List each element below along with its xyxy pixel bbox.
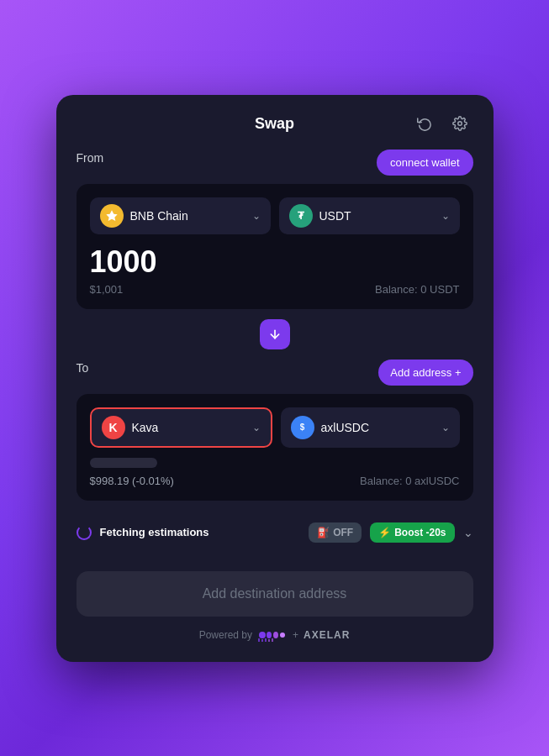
to-balance: Balance: 0 axlUSDC	[360, 475, 460, 487]
from-label-row: From connect wallet	[77, 150, 473, 176]
kava-chain-icon: K	[102, 416, 125, 439]
swap-widget: Swap From connect wallet	[56, 95, 494, 662]
to-chain-chevron: ⌄	[252, 422, 261, 433]
from-chain-chevron: ⌄	[252, 210, 261, 222]
from-chain-name: BNB Chain	[130, 209, 188, 223]
to-label: To	[77, 361, 89, 375]
from-token-selectors: BNB Chain ⌄ ₮ USDT ⌄	[90, 197, 460, 234]
to-chain-name: Kava	[132, 421, 159, 434]
boost-icon: ⚡	[378, 527, 391, 538]
from-swap-box: BNB Chain ⌄ ₮ USDT ⌄ 1000 $1,001 Balance…	[77, 184, 473, 309]
from-token-name: USDT	[319, 209, 351, 223]
from-chain-selector[interactable]: BNB Chain ⌄	[90, 197, 271, 234]
swap-direction-button[interactable]	[260, 319, 290, 349]
add-destination-button[interactable]: Add destination address	[77, 571, 473, 617]
svg-point-3	[259, 632, 266, 638]
to-token-selector[interactable]: $ axlUSDC ⌄	[281, 407, 460, 448]
powered-by-label: Powered by	[199, 629, 252, 641]
swap-direction-row	[77, 319, 473, 349]
to-chain-selector[interactable]: K Kava ⌄	[90, 407, 272, 448]
history-icon[interactable]	[411, 110, 438, 137]
fetching-spinner	[77, 525, 92, 540]
estimations-chevron[interactable]: ⌄	[463, 526, 473, 539]
gas-icon: ⛽	[317, 527, 330, 538]
to-amount-subrow: $998.19 (-0.01%) Balance: 0 axlUSDC	[90, 475, 460, 487]
to-amount-placeholder	[90, 458, 157, 468]
from-token-chevron: ⌄	[441, 210, 450, 222]
to-token-selectors: K Kava ⌄ $ axlUSDC ⌄	[90, 407, 460, 448]
svg-point-4	[267, 632, 272, 638]
bnb-chain-icon	[100, 204, 124, 228]
page-title: Swap	[255, 115, 294, 133]
footer-plus: +	[293, 629, 298, 641]
from-label: From	[77, 151, 104, 165]
connect-wallet-button[interactable]: connect wallet	[377, 150, 472, 176]
from-amount: 1000	[90, 244, 460, 280]
axelar-label: AXELAR	[304, 629, 350, 641]
from-amount-subrow: $1,001 Balance: 0 USDT	[90, 283, 460, 296]
widget-header: Swap	[77, 115, 473, 133]
svg-marker-1	[106, 210, 117, 221]
gas-off-label: OFF	[333, 527, 353, 538]
boost-badge[interactable]: ⚡ Boost -20s	[370, 522, 454, 543]
settings-icon[interactable]	[446, 110, 473, 137]
to-token-chevron: ⌄	[441, 422, 450, 433]
gas-off-badge[interactable]: ⛽ OFF	[309, 522, 362, 543]
to-amount-usd: $998.19 (-0.01%)	[90, 475, 174, 487]
axlusdc-token-icon: $	[291, 416, 314, 439]
boost-label: Boost -20s	[394, 527, 446, 538]
to-label-row: To Add address +	[77, 360, 473, 386]
svg-point-6	[280, 633, 285, 638]
to-token-name: axlUSDC	[321, 421, 370, 434]
svg-point-0	[457, 122, 462, 126]
to-swap-box: K Kava ⌄ $ axlUSDC ⌄ $998.19 (-0.01%) Ba…	[77, 394, 473, 501]
fetching-text: Fetching estimations	[100, 526, 301, 538]
from-amount-usd: $1,001	[90, 283, 124, 296]
from-balance: Balance: 0 USDT	[375, 283, 459, 296]
svg-point-5	[273, 632, 278, 638]
from-token-selector[interactable]: ₮ USDT ⌄	[279, 197, 460, 234]
usdt-token-icon: ₮	[289, 204, 313, 228]
header-actions	[411, 110, 473, 137]
add-address-button[interactable]: Add address +	[378, 360, 472, 386]
squid-logo	[257, 628, 288, 642]
estimations-row: Fetching estimations ⛽ OFF ⚡ Boost -20s …	[77, 514, 473, 551]
footer: Powered by + AXELAR	[77, 628, 473, 642]
